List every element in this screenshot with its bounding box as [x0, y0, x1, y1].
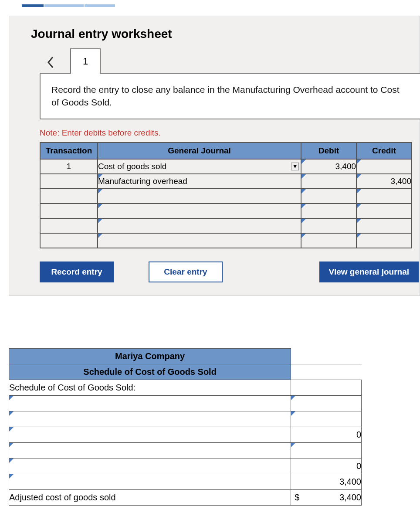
cell-credit[interactable]: 3,400 — [356, 174, 412, 189]
progress-indicator — [22, 4, 420, 7]
account-name: Manufacturing overhead — [98, 177, 187, 186]
view-general-journal-button[interactable]: View general journal — [319, 262, 419, 282]
cell-transaction — [40, 204, 98, 218]
journal-row — [40, 233, 412, 248]
schedule-value-cell[interactable] — [291, 411, 362, 427]
schedule-table: Mariya Company Schedule of Cost of Goods… — [9, 348, 362, 506]
cell-debit[interactable] — [301, 204, 356, 218]
note-text: Note: Enter debits before credits. — [40, 128, 420, 138]
worksheet-title: Journal entry worksheet — [31, 27, 420, 41]
schedule-value-cell: 3,400 — [291, 474, 362, 489]
schedule-label-row: Schedule of Cost of Goods Sold: — [9, 380, 291, 395]
schedule-title: Schedule of Cost of Goods Sold — [9, 364, 291, 380]
schedule-company: Mariya Company — [9, 348, 291, 364]
cell-account-dropdown[interactable]: Manufacturing overhead — [98, 174, 301, 189]
cell-account-dropdown[interactable] — [98, 189, 301, 204]
dropdown-caret-icon: ▼ — [291, 163, 299, 170]
header-transaction: Transaction — [40, 143, 98, 159]
schedule-item-dropdown[interactable] — [9, 411, 291, 427]
journal-worksheet-card: Journal entry worksheet 1 Record the ent… — [9, 16, 420, 296]
instruction-box: Record the entry to close any balance in… — [40, 73, 420, 119]
journal-table: Transaction General Journal Debit Credit… — [40, 142, 412, 248]
schedule-item-dropdown[interactable] — [9, 442, 291, 458]
journal-row: 1 Cost of goods sold ▼ 3,400 — [40, 159, 412, 174]
cell-debit[interactable]: 3,400 — [301, 159, 356, 174]
header-credit: Credit — [356, 143, 412, 159]
button-row: Record entry Clear entry View general jo… — [40, 262, 419, 282]
cell-credit[interactable] — [356, 218, 412, 233]
currency-symbol: $ — [295, 492, 299, 503]
clear-entry-button[interactable]: Clear entry — [149, 262, 223, 282]
journal-row — [40, 204, 412, 218]
header-debit: Debit — [301, 143, 356, 159]
record-entry-button[interactable]: Record entry — [40, 262, 114, 282]
tab-1[interactable]: 1 — [70, 48, 101, 74]
schedule-value-cell[interactable] — [291, 380, 362, 395]
tab-label: 1 — [83, 56, 88, 67]
cell-account-dropdown[interactable] — [98, 233, 301, 248]
cell-credit[interactable] — [356, 159, 412, 174]
account-name: Cost of goods sold — [98, 162, 166, 171]
journal-row: Manufacturing overhead 3,400 — [40, 174, 412, 189]
prev-tab-button[interactable] — [40, 51, 61, 74]
cell-credit[interactable] — [356, 189, 412, 204]
journal-row — [40, 218, 412, 233]
cell-debit[interactable] — [301, 174, 356, 189]
schedule-value-cell: 0 — [291, 458, 362, 474]
schedule-item-dropdown[interactable] — [9, 474, 291, 489]
cell-credit[interactable] — [356, 204, 412, 218]
schedule-blank-header — [291, 348, 362, 364]
schedule-value-cell: 0 — [291, 427, 362, 442]
chevron-left-icon — [47, 56, 54, 68]
cell-account-dropdown[interactable] — [98, 218, 301, 233]
header-general-journal: General Journal — [98, 143, 301, 159]
journal-row — [40, 189, 412, 204]
cell-debit[interactable] — [301, 189, 356, 204]
schedule-item-dropdown[interactable] — [9, 458, 291, 474]
cell-account-dropdown[interactable] — [98, 204, 301, 218]
schedule-value-cell[interactable] — [291, 442, 362, 458]
cell-transaction — [40, 233, 98, 248]
cell-transaction — [40, 218, 98, 233]
schedule-final-label: Adjusted cost of goods sold — [9, 489, 291, 505]
instruction-text: Record the entry to close any balance in… — [51, 85, 399, 107]
cell-transaction — [40, 189, 98, 204]
schedule-item-dropdown[interactable] — [9, 395, 291, 411]
cell-credit[interactable] — [356, 233, 412, 248]
cell-transaction: 1 — [40, 159, 98, 174]
cell-transaction — [40, 174, 98, 189]
schedule-final-value: $ 3,400 — [291, 489, 362, 505]
schedule-item-dropdown[interactable] — [9, 427, 291, 442]
cell-debit[interactable] — [301, 233, 356, 248]
schedule-value-cell[interactable] — [291, 395, 362, 411]
cell-account-dropdown[interactable]: Cost of goods sold ▼ — [98, 159, 301, 174]
cell-debit[interactable] — [301, 218, 356, 233]
tab-row: 1 — [40, 48, 420, 74]
